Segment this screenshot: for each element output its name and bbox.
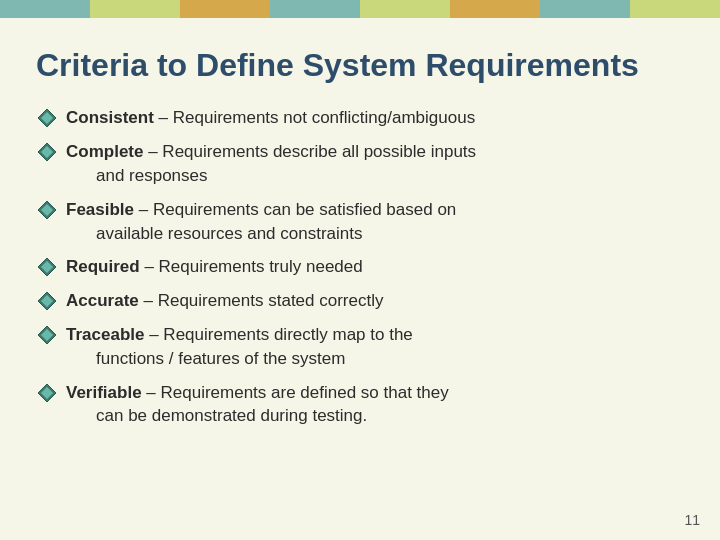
bullet-diamond-icon xyxy=(36,290,58,312)
top-bar-segment-3 xyxy=(270,0,360,18)
top-bar-segment-6 xyxy=(540,0,630,18)
bullet-list: Consistent – Requirements not conflictin… xyxy=(36,106,684,428)
bullet-text-4: Accurate – Requirements stated correctly xyxy=(66,289,684,313)
bullet-item-5: Traceable – Requirements directly map to… xyxy=(36,323,684,371)
bullet-text-5: Traceable – Requirements directly map to… xyxy=(66,323,684,371)
bullet-diamond-icon xyxy=(36,324,58,346)
bullet-diamond-icon xyxy=(36,382,58,404)
bullet-item-2: Feasible – Requirements can be satisfied… xyxy=(36,198,684,246)
bullet-item-0: Consistent – Requirements not conflictin… xyxy=(36,106,684,130)
top-bar-segment-7 xyxy=(630,0,720,18)
bullet-text-6: Verifiable – Requirements are defined so… xyxy=(66,381,684,429)
top-bar-segment-2 xyxy=(180,0,270,18)
bullet-diamond-icon xyxy=(36,199,58,221)
bullet-item-6: Verifiable – Requirements are defined so… xyxy=(36,381,684,429)
bullet-item-3: Required – Requirements truly needed xyxy=(36,255,684,279)
top-bar-segment-5 xyxy=(450,0,540,18)
slide-content: Criteria to Define System Requirements C… xyxy=(0,18,720,458)
bullet-item-1: Complete – Requirements describe all pos… xyxy=(36,140,684,188)
slide-number: 11 xyxy=(684,512,700,528)
bullet-text-0: Consistent – Requirements not conflictin… xyxy=(66,106,684,130)
top-bar-segment-4 xyxy=(360,0,450,18)
bullet-text-1: Complete – Requirements describe all pos… xyxy=(66,140,684,188)
bullet-item-4: Accurate – Requirements stated correctly xyxy=(36,289,684,313)
bullet-diamond-icon xyxy=(36,141,58,163)
bullet-text-3: Required – Requirements truly needed xyxy=(66,255,684,279)
bullet-diamond-icon xyxy=(36,256,58,278)
bullet-text-2: Feasible – Requirements can be satisfied… xyxy=(66,198,684,246)
bullet-diamond-icon xyxy=(36,107,58,129)
top-bar-segment-1 xyxy=(90,0,180,18)
slide-title: Criteria to Define System Requirements xyxy=(36,46,684,84)
top-bar-segment-0 xyxy=(0,0,90,18)
top-bar xyxy=(0,0,720,18)
